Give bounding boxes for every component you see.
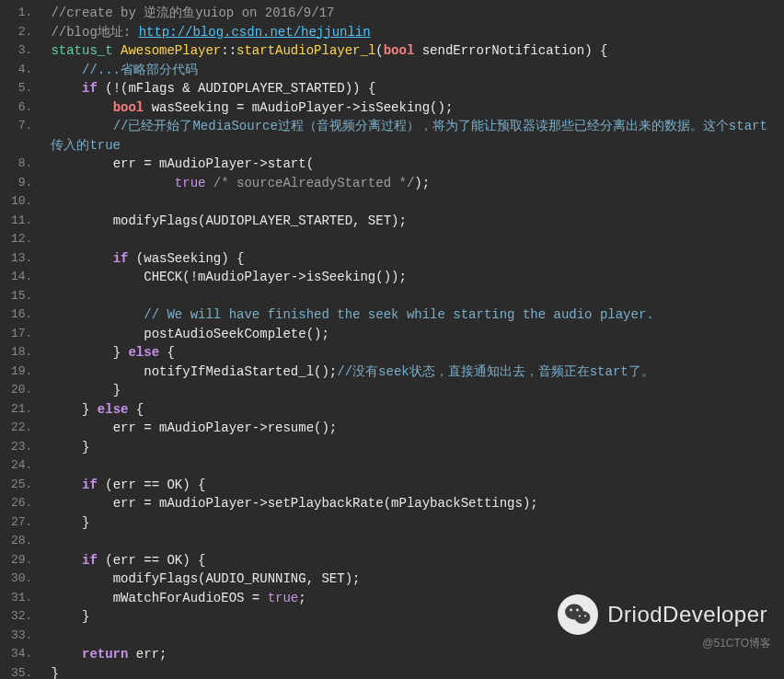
code-line[interactable]: true /* sourceAlreadyStarted */); bbox=[51, 174, 777, 193]
code-line[interactable]: if (err == OK) { bbox=[51, 551, 777, 570]
code-token: { bbox=[128, 402, 144, 417]
svg-point-3 bbox=[576, 609, 579, 612]
line-number: 10. bbox=[11, 192, 32, 212]
line-number: 31. bbox=[11, 589, 32, 608]
code-line[interactable]: CHECK(!mAudioPlayer->isSeeking()); bbox=[51, 268, 777, 287]
code-token: else bbox=[98, 402, 129, 417]
line-number: 34. bbox=[11, 645, 32, 664]
code-token: ; bbox=[298, 591, 306, 605]
code-token: } bbox=[51, 666, 58, 680]
line-number: 8. bbox=[11, 155, 32, 174]
code-token: // We will have finished the seek while … bbox=[144, 307, 654, 322]
code-token bbox=[51, 176, 174, 190]
line-number: 23. bbox=[11, 438, 32, 457]
line-number: 6. bbox=[11, 98, 32, 118]
code-token bbox=[51, 478, 82, 492]
line-number: 12. bbox=[11, 230, 32, 249]
code-token: } bbox=[51, 440, 89, 455]
line-number: 33. bbox=[11, 627, 32, 646]
code-line[interactable]: if (err == OK) { bbox=[51, 476, 777, 495]
code-line[interactable]: } bbox=[51, 438, 777, 457]
code-token: (err == OK) { bbox=[98, 553, 206, 568]
line-number: 11. bbox=[11, 212, 32, 231]
code-token: :: bbox=[221, 43, 236, 58]
code-line[interactable]: modifyFlags(AUDIOPLAYER_STARTED, SET); bbox=[51, 212, 777, 231]
code-line[interactable] bbox=[51, 192, 777, 212]
code-token bbox=[51, 553, 82, 568]
code-line[interactable]: //blog地址: http://blog.csdn.net/hejjunlin bbox=[51, 23, 777, 42]
code-token: } bbox=[51, 345, 128, 360]
line-number: 2. bbox=[11, 23, 32, 42]
code-line[interactable]: modifyFlags(AUDIO_RUNNING, SET); bbox=[51, 570, 777, 589]
code-token: } bbox=[51, 609, 89, 624]
line-number: 9. bbox=[11, 174, 32, 193]
code-line[interactable]: //已经开始了MediaSource过程（音视频分离过程），将为了能让预取器读那… bbox=[51, 117, 777, 155]
code-line[interactable]: } bbox=[51, 664, 777, 680]
code-token: err = mAudioPlayer->resume(); bbox=[51, 420, 337, 435]
code-token: if bbox=[113, 251, 129, 266]
code-token: true bbox=[175, 176, 206, 190]
code-line[interactable]: err = mAudioPlayer->resume(); bbox=[51, 419, 777, 438]
code-line[interactable] bbox=[51, 456, 777, 476]
code-token: startAudioPlayer_l bbox=[236, 43, 375, 58]
code-line[interactable]: } else { bbox=[51, 343, 777, 363]
line-number: 32. bbox=[11, 607, 32, 627]
code-line[interactable]: err = mAudioPlayer->setPlaybackRate(mPla… bbox=[51, 494, 777, 513]
code-line[interactable]: if (wasSeeking) { bbox=[51, 249, 777, 269]
line-number: 26. bbox=[11, 494, 32, 513]
line-number: 15. bbox=[11, 287, 32, 306]
code-token: //没有seek状态，直接通知出去，音频正在start了。 bbox=[337, 364, 653, 379]
code-line[interactable]: if (!(mFlags & AUDIOPLAYER_STARTED)) { bbox=[51, 79, 777, 98]
code-line[interactable]: status_t AwesomePlayer::startAudioPlayer… bbox=[51, 41, 777, 61]
line-number: 1. bbox=[11, 4, 32, 23]
code-token: modifyFlags(AUDIOPLAYER_STARTED, SET); bbox=[51, 213, 406, 228]
code-token bbox=[51, 100, 112, 115]
svg-point-4 bbox=[579, 615, 581, 616]
line-number: 4. bbox=[11, 61, 32, 80]
code-token: (wasSeeking) { bbox=[128, 251, 244, 266]
code-token: ( bbox=[375, 43, 383, 58]
code-token: /* sourceAlreadyStarted */ bbox=[213, 176, 414, 190]
code-line[interactable]: } bbox=[51, 513, 777, 533]
code-line[interactable]: postAudioSeekComplete(); bbox=[51, 325, 777, 344]
code-token: { bbox=[159, 345, 175, 360]
code-line[interactable]: } else { bbox=[51, 400, 777, 420]
code-token: AwesomePlayer bbox=[121, 43, 221, 58]
line-number: 24. bbox=[11, 456, 32, 476]
code-content[interactable]: //create by 逆流的鱼yuiop on 2016/9/17//blog… bbox=[40, 0, 784, 679]
line-number: 20. bbox=[11, 381, 32, 400]
code-line[interactable] bbox=[51, 287, 777, 306]
code-token: sendErrorNotification) { bbox=[414, 43, 607, 58]
code-line[interactable]: return err; bbox=[51, 645, 777, 664]
code-token: http://blog.csdn.net/hejjunlin bbox=[139, 25, 371, 40]
code-line[interactable] bbox=[51, 230, 777, 249]
line-number: 25. bbox=[11, 476, 32, 495]
code-line[interactable]: //create by 逆流的鱼yuiop on 2016/9/17 bbox=[51, 4, 777, 23]
code-token: //...省略部分代码 bbox=[82, 63, 198, 77]
code-token: (err == OK) { bbox=[98, 478, 206, 492]
line-number: 30. bbox=[11, 570, 32, 589]
line-number: 27. bbox=[11, 513, 32, 533]
code-token: status_t bbox=[51, 43, 121, 58]
code-token: err = mAudioPlayer->start( bbox=[51, 156, 314, 171]
line-number: 13. bbox=[11, 249, 32, 269]
code-line[interactable]: //...省略部分代码 bbox=[51, 61, 777, 80]
watermark: DriodDeveloper bbox=[558, 594, 767, 635]
code-token: notifyIfMediaStarted_l(); bbox=[51, 364, 337, 379]
code-token: //已经开始了MediaSource过程（音视频分离过程），将为了能让预取器读那… bbox=[51, 119, 767, 153]
line-number-gutter: 1.2.3.4.5.6.7.8.9.10.11.12.13.14.15.16.1… bbox=[0, 0, 40, 679]
code-token: CHECK(!mAudioPlayer->isSeeking()); bbox=[51, 270, 406, 284]
code-line[interactable]: notifyIfMediaStarted_l();//没有seek状态，直接通知… bbox=[51, 363, 777, 382]
svg-point-5 bbox=[584, 615, 586, 616]
code-editor[interactable]: 1.2.3.4.5.6.7.8.9.10.11.12.13.14.15.16.1… bbox=[0, 0, 784, 679]
code-token: bool bbox=[113, 100, 144, 115]
code-token: if bbox=[82, 553, 98, 568]
code-line[interactable] bbox=[51, 532, 777, 551]
code-line[interactable]: bool wasSeeking = mAudioPlayer->isSeekin… bbox=[51, 98, 777, 118]
line-number: 18. bbox=[11, 343, 32, 363]
code-line[interactable]: // We will have finished the seek while … bbox=[51, 305, 777, 325]
line-number: 19. bbox=[11, 363, 32, 382]
code-line[interactable]: err = mAudioPlayer->start( bbox=[51, 155, 777, 174]
code-line[interactable]: } bbox=[51, 381, 777, 400]
line-number: 22. bbox=[11, 419, 32, 438]
